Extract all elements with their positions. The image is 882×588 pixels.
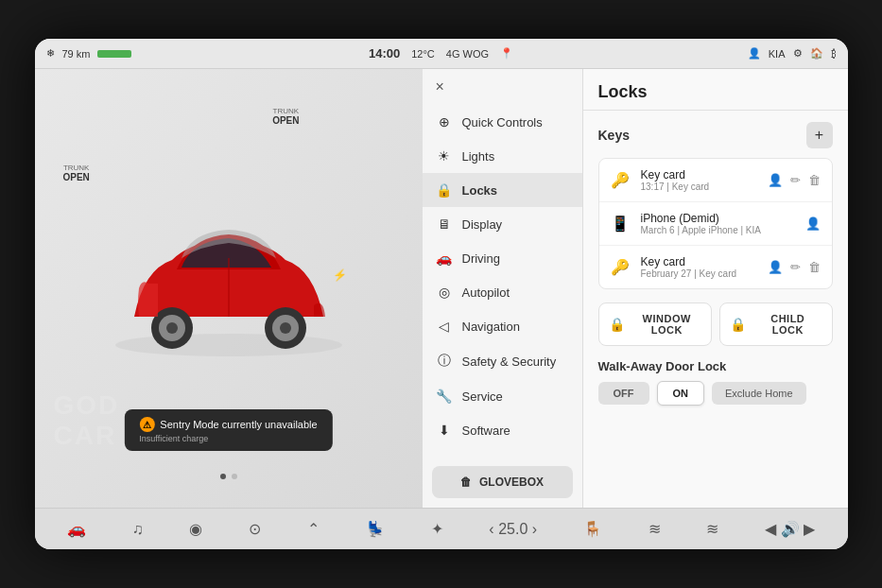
fan-icon[interactable]: ✦ bbox=[424, 516, 451, 542]
driving-label: Driving bbox=[462, 251, 500, 266]
edit-icon-1[interactable]: ✏ bbox=[790, 173, 801, 187]
glovebox-icon: 🗑 bbox=[460, 476, 472, 489]
exclude-home-button[interactable]: Exclude Home bbox=[712, 382, 806, 405]
watermark: GODCAR bbox=[54, 390, 120, 451]
sentry-title: ⚠ Sentry Mode currently unavailable bbox=[139, 417, 317, 432]
chevron-up-icon[interactable]: ⌃ bbox=[300, 516, 327, 542]
menu-panel: × ⊕ Quick Controls ☀ Lights 🔒 Locks 🖥 Di… bbox=[423, 69, 583, 508]
menu-close-button[interactable]: × bbox=[423, 69, 582, 105]
sidebar-item-locks[interactable]: 🔒 Locks bbox=[423, 173, 582, 207]
software-label: Software bbox=[462, 424, 510, 438]
settings-content: Keys + 🔑 Key card 13:17 | Key card 👤 ✏ bbox=[583, 111, 848, 508]
svg-point-4 bbox=[166, 322, 178, 334]
key-actions-2: 👤 bbox=[805, 216, 821, 231]
window-lock-icon: 🔒 bbox=[609, 317, 626, 332]
sidebar-item-navigation[interactable]: ◁ Navigation bbox=[423, 309, 582, 343]
navigation-icon: ◁ bbox=[436, 319, 453, 334]
edit-icon-3[interactable]: ✏ bbox=[790, 260, 801, 274]
locks-label: Locks bbox=[462, 183, 498, 198]
sidebar-item-driving[interactable]: 🚗 Driving bbox=[423, 241, 582, 275]
navigation-label: Navigation bbox=[462, 320, 520, 334]
safety-label: Safety & Security bbox=[462, 355, 557, 369]
autopilot-icon: ◎ bbox=[436, 285, 453, 300]
window-lock-button[interactable]: 🔒 WINDOW LOCK bbox=[598, 303, 712, 346]
key-actions-1: 👤 ✏ 🗑 bbox=[768, 173, 821, 187]
key-info-3: Key card February 27 | Key card bbox=[641, 255, 758, 279]
bottom-bar: 🚗 ♫ ◉ ⊙ ⌃ 💺 ✦ ‹ 25.0 › 🪑 ≋ ≋ ◀ 🔊 ▶ bbox=[35, 508, 848, 549]
steering-icon[interactable]: ⊙ bbox=[241, 516, 268, 542]
location-icon: 📍 bbox=[500, 47, 513, 60]
key-item-3: 🔑 Key card February 27 | Key card 👤 ✏ 🗑 bbox=[599, 246, 832, 288]
phone-icon-2: 📱 bbox=[611, 215, 631, 233]
dot-indicators bbox=[220, 474, 237, 479]
quick-controls-icon: ⊕ bbox=[436, 114, 453, 130]
seatbelt-icon[interactable]: 🪑 bbox=[576, 516, 610, 542]
software-icon: ⬇ bbox=[436, 423, 453, 438]
seat-icon[interactable]: 💺 bbox=[358, 516, 392, 542]
lights-label: Lights bbox=[462, 149, 495, 164]
service-label: Service bbox=[462, 389, 503, 404]
sidebar-item-display[interactable]: 🖥 Display bbox=[423, 207, 582, 241]
key-name-1: Key card bbox=[641, 168, 758, 182]
camera-icon[interactable]: ◉ bbox=[182, 516, 210, 542]
menu-items-list: ⊕ Quick Controls ☀ Lights 🔒 Locks 🖥 Disp… bbox=[423, 105, 582, 457]
key-info-2: iPhone (Demid) March 6 | Apple iPhone | … bbox=[641, 212, 796, 235]
sidebar-item-lights[interactable]: ☀ Lights bbox=[423, 139, 582, 173]
person-icon-2[interactable]: 👤 bbox=[805, 216, 821, 231]
volume-icon[interactable]: ◀ 🔊 ▶ bbox=[757, 516, 822, 542]
main-screen: ❄ 79 km 14:00 12°C 4G WOG 📍 👤 KIA ⚙ 🏠 ₿ … bbox=[35, 39, 848, 549]
display-label: Display bbox=[462, 217, 503, 232]
temp-control[interactable]: ‹ 25.0 › bbox=[481, 517, 545, 542]
locks-icon: 🔒 bbox=[436, 182, 453, 198]
car-svg: ⚡ bbox=[96, 194, 361, 383]
key-card-icon-3: 🔑 bbox=[611, 258, 631, 276]
child-lock-button[interactable]: 🔒 CHILD LOCK bbox=[719, 303, 833, 346]
warning-icon: ⚠ bbox=[139, 417, 154, 432]
key-card-icon-1: 🔑 bbox=[611, 171, 631, 189]
child-lock-label: CHILD LOCK bbox=[753, 313, 822, 336]
person-icon-1[interactable]: 👤 bbox=[768, 173, 783, 187]
status-center: 14:00 12°C 4G WOG 📍 bbox=[369, 46, 513, 61]
key-item-2: 📱 iPhone (Demid) March 6 | Apple iPhone … bbox=[599, 202, 832, 246]
safety-icon: ⓘ bbox=[436, 353, 453, 370]
svg-point-0 bbox=[115, 334, 342, 356]
person-icon-3[interactable]: 👤 bbox=[768, 260, 783, 274]
key-sub-2: March 6 | Apple iPhone | KIA bbox=[641, 225, 796, 235]
delete-icon-3[interactable]: 🗑 bbox=[808, 260, 821, 274]
lights-icon: ☀ bbox=[436, 148, 453, 164]
svg-point-7 bbox=[280, 322, 291, 334]
rear-heat-2-icon[interactable]: ≋ bbox=[699, 516, 726, 542]
key-name-2: iPhone (Demid) bbox=[641, 212, 796, 225]
car-panel: TRUNK OPEN TRUNK OPEN bbox=[35, 69, 423, 508]
sidebar-item-autopilot[interactable]: ◎ Autopilot bbox=[423, 275, 582, 309]
walk-away-on-button[interactable]: ON bbox=[657, 381, 705, 406]
settings-title: Locks bbox=[598, 82, 648, 101]
driving-icon: 🚗 bbox=[436, 251, 453, 266]
sidebar-item-service[interactable]: 🔧 Service bbox=[423, 379, 582, 413]
dot-2 bbox=[232, 474, 237, 479]
quick-controls-label: Quick Controls bbox=[462, 115, 543, 130]
key-sub-3: February 27 | Key card bbox=[641, 268, 758, 279]
home-icon: 🏠 bbox=[810, 47, 823, 60]
walk-away-off-button[interactable]: OFF bbox=[598, 382, 649, 405]
svg-text:⚡: ⚡ bbox=[333, 268, 347, 282]
car-bottom-icon[interactable]: 🚗 bbox=[60, 516, 94, 542]
settings-header: Locks bbox=[583, 69, 848, 111]
sidebar-item-safety[interactable]: ⓘ Safety & Security bbox=[423, 343, 582, 379]
child-lock-icon: 🔒 bbox=[730, 317, 747, 332]
rear-heat-icon[interactable]: ≋ bbox=[641, 516, 668, 542]
keys-section-header: Keys + bbox=[598, 122, 833, 148]
settings-panel: Locks Keys + 🔑 Key card 13:17 | Key card bbox=[583, 69, 848, 508]
battery-bar bbox=[97, 50, 131, 58]
key-info-1: Key card 13:17 | Key card bbox=[641, 168, 758, 192]
main-content: TRUNK OPEN TRUNK OPEN bbox=[35, 69, 848, 508]
time-display: 14:00 bbox=[369, 46, 400, 61]
add-key-button[interactable]: + bbox=[806, 122, 833, 148]
autopilot-label: Autopilot bbox=[462, 285, 510, 300]
sidebar-item-software[interactable]: ⬇ Software bbox=[423, 413, 582, 447]
music-icon[interactable]: ♫ bbox=[125, 517, 151, 542]
sidebar-item-quick-controls[interactable]: ⊕ Quick Controls bbox=[423, 105, 582, 139]
delete-icon-1[interactable]: 🗑 bbox=[808, 173, 821, 187]
walk-away-toggle-group: OFF ON Exclude Home bbox=[598, 381, 833, 406]
glovebox-button[interactable]: 🗑 GLOVEBOX bbox=[432, 466, 573, 498]
